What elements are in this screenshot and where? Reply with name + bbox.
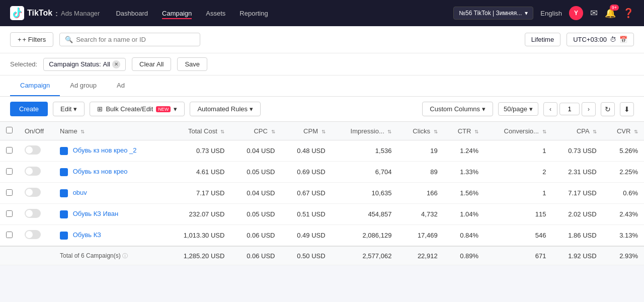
cpa-header[interactable]: CPA ⇅ — [552, 122, 603, 140]
calendar-icon: 📅 — [619, 36, 627, 43]
chevron-down-icon: ▾ — [529, 105, 533, 113]
lifetime-selector[interactable]: Lifetime — [525, 33, 561, 46]
ctr-header[interactable]: CTR ⇅ — [444, 122, 485, 140]
selected-label: Selected: — [10, 60, 37, 68]
page-input[interactable] — [559, 103, 580, 115]
notifications-icon[interactable]: 🔔 9+ — [605, 8, 616, 19]
row-checkbox-3[interactable] — [6, 210, 13, 217]
tab-ad-group[interactable]: Ad group — [60, 76, 107, 96]
campaign-name-2[interactable]: obuv — [73, 189, 87, 196]
top-navigation: TikTok : Ads Manager Dashboard Campaign … — [0, 0, 644, 26]
row-checkbox-0[interactable] — [6, 147, 13, 154]
cpa-label: CPA — [577, 127, 589, 135]
nav-links: Dashboard Campaign Assets Reporting — [116, 8, 437, 19]
pagination: ‹ › — [543, 102, 596, 116]
clear-all-button[interactable]: Clear All — [132, 57, 171, 71]
campaign-toggle-3[interactable] — [25, 209, 41, 218]
clock-icon: ⏱ — [610, 36, 616, 43]
onoff-label: On/Off — [25, 127, 44, 135]
tiktok-logo-icon — [10, 6, 24, 20]
conversions-header[interactable]: Conversio... ⇅ — [485, 122, 552, 140]
cpm-header[interactable]: CPM ⇅ — [281, 122, 332, 140]
nav-assets[interactable]: Assets — [206, 8, 225, 19]
total-row: Total of 6 Campaign(s) ⓘ 1,285.20 USD 0.… — [0, 246, 644, 265]
custom-columns-button[interactable]: Custom Columns ▾ — [422, 102, 493, 116]
row-cost-3: 232.07 USD — [165, 204, 231, 225]
tab-ad[interactable]: Ad — [107, 76, 135, 96]
campaign-type-icon-2 — [60, 189, 68, 197]
account-selector[interactable]: №56 TikTok | Зимняя... ▾ — [453, 7, 533, 20]
status-filter-value: All — [103, 60, 110, 68]
nav-reporting[interactable]: Reporting — [239, 8, 268, 19]
select-all-checkbox[interactable] — [6, 127, 13, 133]
campaign-toggle-1[interactable] — [25, 167, 41, 176]
account-label: №56 TikTok | Зимняя... — [459, 10, 522, 17]
total-name-cell: Total of 6 Campaign(s) ⓘ — [54, 246, 165, 265]
total-cost-header[interactable]: Total Cost ⇅ — [165, 122, 231, 140]
tab-campaign[interactable]: Campaign — [10, 76, 60, 96]
utc-selector[interactable]: UTC+03:00 ⏱ 📅 — [567, 33, 634, 46]
campaign-toggle-4[interactable] — [25, 230, 41, 239]
create-button[interactable]: Create — [10, 102, 48, 116]
select-all-header — [0, 122, 19, 140]
total-impressions-cell: 2,577,062 — [332, 246, 398, 265]
sort-icon: ⇅ — [634, 129, 638, 134]
clear-status-filter-button[interactable]: ✕ — [112, 60, 120, 68]
campaign-name-1[interactable]: Обувь кз нов крео — [73, 168, 128, 175]
row-cpa-4: 1.86 USD — [552, 225, 603, 247]
bulk-create-label: Bulk Create/Edit — [106, 105, 153, 113]
row-cpm-1: 0.69 USD — [281, 162, 332, 183]
campaign-name-4[interactable]: Обувь КЗ — [73, 231, 101, 239]
nav-campaign[interactable]: Campaign — [162, 8, 192, 19]
campaign-name-0[interactable]: Обувь кз нов крео _2 — [73, 146, 137, 154]
utc-label: UTC+03:00 — [573, 36, 607, 43]
row-cpm-2: 0.67 USD — [281, 183, 332, 204]
row-checkbox-1[interactable] — [6, 168, 13, 175]
campaign-toggle-2[interactable] — [25, 188, 41, 197]
campaign-type-icon-3 — [60, 210, 68, 218]
row-checkbox-cell-3 — [0, 204, 19, 225]
cpc-header[interactable]: CPC ⇅ — [230, 122, 281, 140]
inbox-icon[interactable]: ✉ — [590, 8, 598, 19]
row-checkbox-2[interactable] — [6, 189, 13, 196]
bulk-create-edit-button[interactable]: ⊞ Bulk Create/Edit NEW ▾ — [90, 102, 185, 116]
row-cpm-4: 0.49 USD — [281, 225, 332, 247]
campaign-tabs: Campaign Ad group Ad — [0, 76, 644, 97]
help-icon[interactable]: ❓ — [623, 8, 634, 19]
per-page-label: 50/page — [504, 105, 527, 113]
status-filter-label: Campaign Status: — [49, 60, 101, 68]
per-page-selector[interactable]: 50/page ▾ — [498, 102, 538, 116]
search-input[interactable] — [76, 36, 195, 43]
avatar[interactable]: Y — [569, 6, 583, 20]
refresh-button[interactable]: ↻ — [601, 102, 615, 116]
name-header[interactable]: Name ⇅ — [54, 122, 165, 140]
row-cvr-2: 0.6% — [603, 183, 644, 204]
row-ctr-4: 0.84% — [444, 225, 485, 247]
row-clicks-1: 89 — [397, 162, 443, 183]
edit-button[interactable]: Edit ▾ — [53, 102, 85, 116]
sort-icon: ⇅ — [474, 129, 478, 134]
row-cpc-1: 0.05 USD — [230, 162, 281, 183]
filters-button[interactable]: + + Filters — [10, 32, 53, 47]
download-button[interactable]: ⬇ — [620, 102, 634, 116]
campaign-type-icon-4 — [60, 232, 68, 240]
status-filter[interactable]: Campaign Status: All ✕ — [43, 58, 126, 71]
clicks-header[interactable]: Clicks ⇅ — [397, 122, 443, 140]
language-selector[interactable]: English — [540, 10, 562, 17]
nav-dashboard[interactable]: Dashboard — [116, 8, 148, 19]
campaign-toggle-0[interactable] — [25, 145, 41, 155]
row-cost-4: 1,013.30 USD — [165, 225, 231, 247]
save-filter-button[interactable]: Save — [177, 57, 207, 71]
automated-rules-button[interactable]: Automated Rules ▾ — [190, 102, 261, 116]
cvr-header[interactable]: CVR ⇅ — [603, 122, 644, 140]
impressions-header[interactable]: Impressio... ⇅ — [332, 122, 398, 140]
row-impressions-3: 454,857 — [332, 204, 398, 225]
new-badge: NEW — [156, 106, 171, 112]
row-clicks-4: 17,469 — [397, 225, 443, 247]
next-page-button[interactable]: › — [582, 102, 596, 116]
campaign-name-3[interactable]: Обувь КЗ Иван — [73, 210, 118, 217]
row-conversions-0: 1 — [485, 140, 552, 162]
action-bar: Create Edit ▾ ⊞ Bulk Create/Edit NEW ▾ A… — [0, 97, 644, 122]
row-checkbox-4[interactable] — [6, 232, 13, 238]
prev-page-button[interactable]: ‹ — [543, 102, 557, 116]
